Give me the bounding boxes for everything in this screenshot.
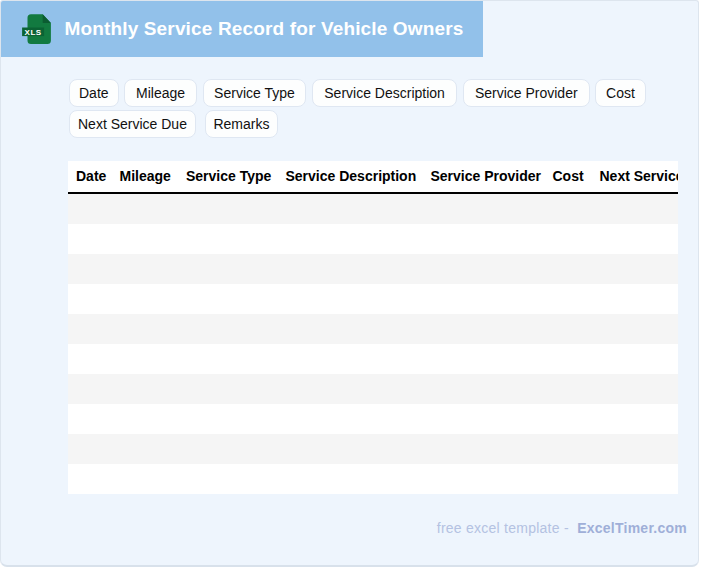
svg-text:XLS: XLS: [24, 28, 41, 37]
